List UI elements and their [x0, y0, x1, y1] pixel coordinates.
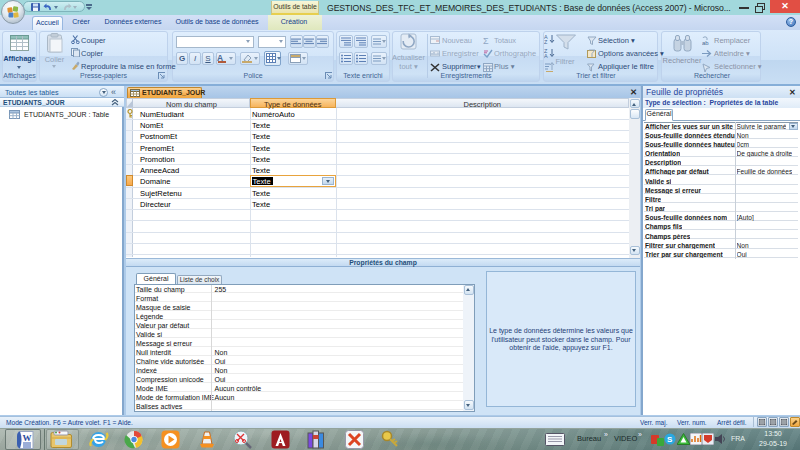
- svg-text:ab: ab: [702, 40, 709, 45]
- svg-text:Σ: Σ: [483, 36, 489, 45]
- svg-text:S: S: [667, 435, 673, 444]
- svg-text:W: W: [23, 433, 32, 443]
- svg-text:A: A: [544, 53, 548, 58]
